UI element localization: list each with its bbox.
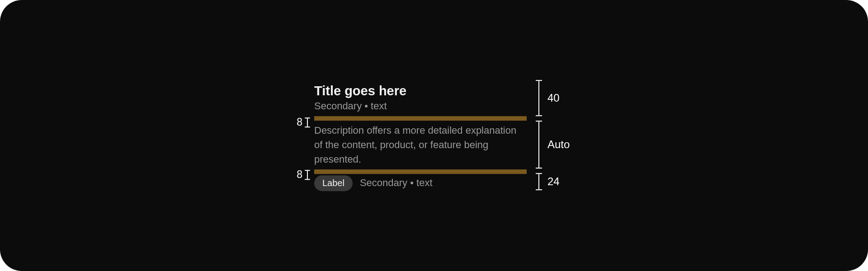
bracket-icon [536, 173, 542, 190]
spacer-bar-bottom [314, 169, 527, 174]
height-annotation-header: 40 [536, 80, 560, 116]
bracket-icon [536, 80, 542, 116]
spacer-value: 8 [297, 168, 302, 181]
spec-frame: 8 8 Title goes here Second [0, 0, 868, 271]
secondary-text: Secondary • text [314, 100, 527, 112]
height-value: Auto [547, 138, 570, 151]
description-text: Description offers a more detailed expla… [314, 123, 527, 167]
spacer-bar-top [314, 116, 527, 121]
text-cursor-icon [304, 117, 311, 128]
height-value: 24 [547, 175, 560, 188]
spacer-annotation-top: 8 [297, 116, 311, 128]
spacer-annotation-bottom: 8 [297, 168, 311, 181]
meta-secondary-text: Secondary • text [360, 178, 433, 189]
height-annotation-desc: Auto [536, 121, 570, 168]
height-annotation-meta: 24 [536, 173, 560, 190]
description-row: Description offers a more detailed expla… [314, 121, 527, 169]
content-column: Title goes here Secondary • text Descrip… [314, 80, 527, 191]
spec-container: 8 8 Title goes here Second [287, 80, 581, 191]
meta-row: Label Secondary • text [314, 174, 527, 191]
title-text: Title goes here [314, 84, 527, 98]
text-cursor-icon [304, 169, 311, 180]
header-row: Title goes here Secondary • text [314, 80, 527, 116]
label-pill: Label [314, 175, 353, 191]
bracket-icon [536, 121, 542, 168]
height-value: 40 [547, 92, 560, 104]
spacer-value: 8 [297, 116, 302, 128]
